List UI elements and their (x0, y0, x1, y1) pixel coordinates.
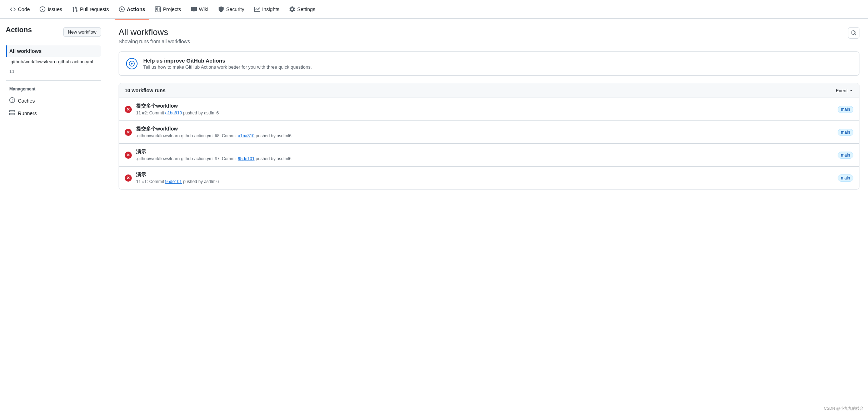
run-item[interactable]: ✕ 演示 11 #1: Commit 95de101 pushed by asd… (119, 167, 859, 189)
insights-icon (254, 6, 260, 12)
run-info: 提交多个workflow .github/workflows/learn-git… (136, 126, 833, 138)
nav-wiki-label: Wiki (199, 6, 208, 12)
run-info: 演示 11 #1: Commit 95de101 pushed by asdlm… (136, 172, 833, 184)
caches-icon (9, 97, 15, 104)
nav-item-issues[interactable]: Issues (35, 4, 66, 15)
run-details: .github/workflows/learn-github-action.ym… (136, 156, 833, 161)
runners-icon (9, 110, 15, 117)
code-icon (10, 6, 16, 12)
management-section-title: Management (6, 85, 101, 94)
actions-icon (119, 6, 125, 12)
branch-badge: main (838, 152, 853, 159)
security-icon (218, 6, 224, 12)
nav-item-pullrequests[interactable]: Pull requests (68, 4, 113, 15)
caches-label: Caches (18, 98, 35, 104)
chevron-down-icon (849, 88, 853, 93)
search-button[interactable] (848, 27, 859, 39)
watermark: CSDN @小九九的後台 (824, 406, 864, 411)
nav-issues-label: Issues (48, 6, 62, 12)
banner-play-icon (126, 58, 138, 69)
nav-item-code[interactable]: Code (6, 4, 34, 15)
all-workflows-label: All workflows (9, 48, 41, 54)
run-details: 11 #2: Commit a1ba810 pushed by asdlml6 (136, 110, 833, 115)
nav-insights-label: Insights (262, 6, 279, 12)
branch-badge: main (838, 106, 853, 113)
nav-pr-label: Pull requests (80, 6, 109, 12)
run-details: .github/workflows/learn-github-action.ym… (136, 133, 833, 138)
run-item[interactable]: ✕ 提交多个workflow 11 #2: Commit a1ba810 pus… (119, 98, 859, 121)
content-title-group: All workflows Showing runs from all work… (119, 27, 190, 44)
nav-item-actions[interactable]: Actions (115, 4, 149, 15)
branch-badge: main (838, 174, 853, 182)
run-status-failed: ✕ (125, 174, 132, 182)
run-status-failed: ✕ (125, 152, 132, 159)
content-title: All workflows (119, 27, 190, 37)
run-item[interactable]: ✕ 演示 .github/workflows/learn-github-acti… (119, 144, 859, 167)
top-nav: Code Issues Pull requests Actions (0, 0, 868, 19)
content-subtitle: Showing runs from all workflows (119, 39, 190, 44)
sidebar-item-runners[interactable]: Runners (6, 107, 101, 119)
nav-code-label: Code (18, 6, 30, 12)
main-content: All workflows Showing runs from all work… (107, 19, 868, 414)
run-title: 提交多个workflow (136, 103, 833, 109)
projects-icon (155, 6, 161, 12)
nav-security-label: Security (226, 6, 244, 12)
sidebar-workflow-number: 11 (6, 66, 101, 76)
run-status-failed: ✕ (125, 129, 132, 136)
runs-section: 10 workflow runs Event ✕ 提交多个workflow 11… (119, 83, 859, 189)
settings-icon (289, 6, 295, 12)
help-banner[interactable]: Help us improve GitHub Actions Tell us h… (119, 51, 859, 76)
sidebar-item-caches[interactable]: Caches (6, 94, 101, 107)
run-status-failed: ✕ (125, 106, 132, 113)
banner-subtitle: Tell us how to make GitHub Actions work … (143, 64, 312, 70)
sidebar-title: Actions (6, 26, 32, 34)
runners-label: Runners (18, 110, 37, 116)
sidebar-workflow-file[interactable]: .github/workflows/learn-github-action.ym… (6, 57, 101, 66)
nav-settings-label: Settings (297, 6, 315, 12)
sidebar: Actions New workflow All workflows .gith… (0, 19, 107, 414)
pr-icon (72, 6, 78, 12)
nav-item-insights[interactable]: Insights (250, 4, 284, 15)
runs-header: 10 workflow runs Event (119, 83, 859, 98)
sidebar-item-all-workflows[interactable]: All workflows (6, 45, 101, 57)
event-filter[interactable]: Event (836, 88, 853, 93)
content-header: All workflows Showing runs from all work… (119, 27, 859, 44)
issues-icon (40, 6, 45, 12)
run-item[interactable]: ✕ 提交多个workflow .github/workflows/learn-g… (119, 121, 859, 144)
nav-projects-label: Projects (163, 6, 181, 12)
main-layout: Actions New workflow All workflows .gith… (0, 19, 868, 414)
banner-title: Help us improve GitHub Actions (143, 58, 312, 64)
run-title: 提交多个workflow (136, 126, 833, 132)
run-title: 演示 (136, 149, 833, 155)
branch-badge: main (838, 129, 853, 136)
nav-item-settings[interactable]: Settings (285, 4, 320, 15)
wiki-icon (191, 6, 197, 12)
sidebar-divider (6, 80, 101, 81)
banner-text: Help us improve GitHub Actions Tell us h… (143, 58, 312, 70)
search-icon (851, 30, 857, 36)
event-filter-label: Event (836, 88, 848, 93)
new-workflow-button[interactable]: New workflow (63, 27, 101, 37)
nav-actions-label: Actions (127, 6, 145, 12)
run-info: 演示 .github/workflows/learn-github-action… (136, 149, 833, 161)
runs-count: 10 workflow runs (125, 88, 165, 93)
sidebar-section-workflows: All workflows .github/workflows/learn-gi… (6, 45, 101, 76)
run-title: 演示 (136, 172, 833, 178)
nav-item-projects[interactable]: Projects (151, 4, 185, 15)
run-info: 提交多个workflow 11 #2: Commit a1ba810 pushe… (136, 103, 833, 115)
nav-item-wiki[interactable]: Wiki (187, 4, 213, 15)
nav-item-security[interactable]: Security (214, 4, 249, 15)
run-details: 11 #1: Commit 95de101 pushed by asdlml6 (136, 179, 833, 184)
